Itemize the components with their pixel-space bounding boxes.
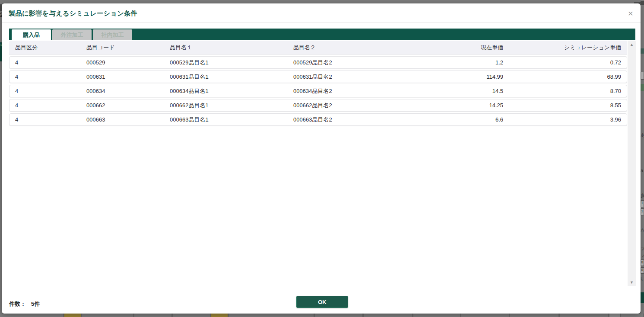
tab-inhouse-processing[interactable]: 社内加工 — [93, 29, 132, 40]
tab-bar: 購入品外注加工社内加工 — [9, 29, 635, 40]
cell-1: 000634 — [86, 88, 170, 94]
tab-purchased-items[interactable]: 購入品 — [12, 29, 51, 40]
title-divider — [2, 22, 641, 23]
backdrop-fragment: 1 — [641, 208, 644, 215]
cell-1: 000631 — [86, 74, 170, 80]
cell-3: 000631品目名2 — [293, 73, 417, 81]
cell-0: 4 — [15, 88, 86, 94]
ok-button[interactable]: OK — [296, 296, 348, 308]
backdrop-fragment: 0 — [641, 267, 644, 274]
cell-4: 1.2 — [417, 59, 503, 66]
backdrop-cell — [211, 314, 228, 317]
column-header-0: 品目区分 — [15, 44, 86, 51]
backdrop-fragment: a — [641, 168, 644, 173]
backdrop-fragment: プ — [641, 253, 644, 258]
backdrop-cell — [609, 314, 620, 317]
backdrop-right-strip: あa変11かププ00い — [641, 0, 644, 317]
cell-3: 000634品目名2 — [293, 87, 417, 95]
cell-2: 000663品目名1 — [170, 116, 293, 124]
backdrop-fragment — [641, 72, 644, 80]
cell-5: 3.96 — [503, 116, 621, 123]
cell-5: 8.70 — [503, 88, 621, 94]
cell-2: 000529品目名1 — [170, 59, 293, 67]
cell-5: 68.99 — [503, 74, 621, 80]
backdrop-cell — [64, 314, 81, 317]
row-count: 件数：5件 — [9, 300, 40, 308]
cell-1: 000529 — [86, 59, 170, 66]
backdrop-fragment: い — [641, 276, 644, 282]
backdrop-fragment — [641, 292, 644, 303]
table-row[interactable]: 4000662000662品目名1000662品目名214.258.55 — [9, 99, 627, 112]
backdrop-cell — [82, 314, 133, 317]
backdrop-fragment — [641, 48, 644, 54]
tab-outsourced-processing[interactable]: 外注加工 — [52, 29, 92, 40]
backdrop-bottom-table-row — [0, 314, 644, 317]
cell-2: 000662品目名1 — [170, 102, 293, 109]
backdrop-fragment: あ — [641, 132, 644, 138]
close-icon[interactable]: × — [625, 8, 636, 19]
cell-5: 8.55 — [503, 102, 621, 109]
backdrop-cell — [0, 314, 63, 317]
column-header-1: 品目コード — [86, 44, 170, 51]
column-header-5: シミュレーション単価 — [503, 44, 621, 51]
backdrop-fragment: 0 — [641, 259, 644, 266]
cell-3: 000662品目名2 — [293, 102, 417, 109]
table-row[interactable]: 4000631000631品目名1000631品目名2114.9968.99 — [9, 70, 627, 83]
table-row[interactable]: 4000634000634品目名1000634品目名214.58.70 — [9, 85, 627, 97]
cell-0: 4 — [15, 116, 86, 123]
backdrop-top-strip — [0, 0, 644, 3]
scroll-down-arrow[interactable]: ▼ — [628, 279, 636, 285]
simulation-conditions-dialog: 製品に影響を与えるシミュレーション条件 × 購入品外注加工社内加工 品目区分品目… — [2, 3, 641, 314]
cell-0: 4 — [15, 59, 86, 66]
backdrop-fragment: プ — [641, 246, 644, 251]
row-count-label: 件数： — [9, 301, 26, 307]
table-body: 4000529000529品目名1000529品目名21.20.72400063… — [9, 56, 627, 128]
column-header-2: 品目名１ — [170, 44, 293, 51]
row-count-value: 5件 — [31, 301, 40, 307]
table-row[interactable]: 4000529000529品目名1000529品目名21.20.72 — [9, 56, 627, 69]
table-scrollbar[interactable]: ▲ ▼ — [628, 41, 636, 286]
backdrop-cell — [413, 314, 460, 317]
column-header-4: 現在単価 — [417, 44, 503, 51]
cell-4: 114.99 — [417, 74, 503, 80]
table-header-row: 品目区分品目コード品目名１品目名２現在単価シミュレーション単価 — [9, 41, 627, 54]
cell-4: 14.5 — [417, 88, 503, 94]
cell-0: 4 — [15, 102, 86, 109]
cell-3: 000529品目名2 — [293, 59, 417, 67]
cell-4: 6.6 — [417, 116, 503, 123]
backdrop-fragment — [641, 1, 644, 5]
cell-1: 000663 — [86, 116, 170, 123]
cell-5: 0.72 — [503, 59, 621, 66]
backdrop-fragment: か — [641, 227, 644, 234]
backdrop-cell — [364, 314, 412, 317]
backdrop-cell — [621, 314, 643, 317]
cell-4: 14.25 — [417, 102, 503, 109]
backdrop-cell — [510, 314, 558, 317]
cell-0: 4 — [15, 74, 86, 80]
cell-2: 000634品目名1 — [170, 87, 293, 95]
scroll-up-arrow[interactable]: ▲ — [628, 42, 636, 48]
backdrop-cell — [560, 314, 608, 317]
column-header-3: 品目名２ — [293, 44, 417, 51]
backdrop-cell — [461, 314, 509, 317]
backdrop-fragment: 変 — [641, 193, 644, 199]
table-row[interactable]: 4000663000663品目名1000663品目名26.63.96 — [9, 113, 627, 126]
backdrop-cell — [229, 314, 314, 317]
cell-3: 000663品目名2 — [293, 116, 417, 124]
backdrop-cell — [173, 314, 210, 317]
cell-2: 000631品目名1 — [170, 73, 293, 81]
dialog-title: 製品に影響を与えるシミュレーション条件 — [9, 10, 137, 18]
backdrop-cell — [134, 314, 171, 317]
backdrop-cell — [315, 314, 362, 317]
backdrop-fragment: 1 — [641, 200, 644, 207]
cell-1: 000662 — [86, 102, 170, 109]
backdrop-fragment — [641, 84, 644, 91]
